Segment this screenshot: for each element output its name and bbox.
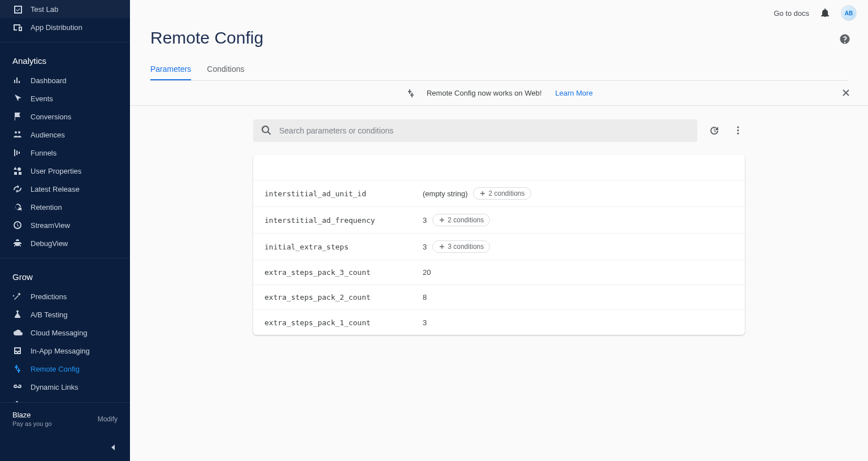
- sidebar-item-label: Audiences: [31, 131, 65, 139]
- sidebar-item-funnels[interactable]: Funnels: [0, 144, 130, 162]
- sidebar-item-cloud-messaging[interactable]: Cloud Messaging: [0, 324, 130, 342]
- avatar[interactable]: AB: [841, 5, 857, 21]
- sidebar-item-test-lab[interactable]: Test Lab: [0, 0, 130, 18]
- conditions-chip[interactable]: 2 conditions: [432, 214, 490, 226]
- search-input[interactable]: [279, 126, 689, 135]
- tab-parameters[interactable]: Parameters: [150, 59, 191, 80]
- go-to-docs-link[interactable]: Go to docs: [774, 9, 809, 18]
- param-value: 3: [423, 216, 427, 225]
- sidebar-item-label: In-App Messaging: [31, 347, 90, 355]
- sidebar-item-label: Test Lab: [31, 5, 58, 14]
- param-row[interactable]: extra_steps_pack_1_count3: [253, 310, 745, 335]
- param-row[interactable]: interstitial_ad_unit_id(empty string)2 c…: [253, 180, 745, 207]
- sidebar-item-user-properties[interactable]: User Properties: [0, 162, 130, 180]
- param-value: 8: [423, 293, 427, 301]
- param-name: extra_steps_pack_2_count: [264, 293, 423, 301]
- help-icon[interactable]: [839, 33, 851, 45]
- sidebar-item-label: Funnels: [31, 149, 57, 157]
- plus-icon: [439, 217, 445, 223]
- sidebar-item-a-b-testing[interactable]: A/B Testing: [0, 305, 130, 324]
- param-name: interstitial_ad_unit_id: [264, 189, 423, 198]
- sidebar-item-label: A/B Testing: [31, 311, 68, 319]
- conditions-chip[interactable]: 2 conditions: [473, 187, 531, 200]
- check-square-icon: [12, 4, 23, 14]
- param-row[interactable]: extra_steps_pack_3_count20: [253, 260, 745, 285]
- sidebar-item-extensions[interactable]: Extensions: [0, 396, 130, 402]
- sidebar-item-label: Remote Config: [31, 365, 80, 373]
- link-icon: [12, 382, 23, 392]
- sidebar-item-latest-release[interactable]: Latest Release: [0, 180, 130, 198]
- release-icon: [12, 184, 23, 194]
- sidebar-item-label: Events: [31, 94, 53, 103]
- bar-chart-icon: [12, 75, 23, 85]
- banner: Remote Config now works on Web! Learn Mo…: [130, 81, 868, 106]
- banner-close-button[interactable]: [841, 88, 852, 99]
- sidebar-item-audiences[interactable]: Audiences: [0, 126, 130, 144]
- plus-icon: [479, 190, 486, 197]
- notifications-icon[interactable]: [819, 7, 831, 19]
- sidebar-item-remote-config[interactable]: Remote Config: [0, 360, 130, 378]
- plus-icon: [439, 243, 445, 250]
- sidebar-item-label: Predictions: [31, 292, 67, 301]
- page-title: Remote Config: [150, 28, 848, 48]
- wand-icon: [12, 291, 23, 301]
- sidebar-item-predictions[interactable]: Predictions: [0, 287, 130, 305]
- inbox-icon: [12, 346, 23, 356]
- sidebar-group-grow: Grow: [0, 264, 130, 287]
- sidebar-item-label: StreamView: [31, 221, 70, 230]
- sidebar-item-app-distribution[interactable]: App Distribution: [0, 18, 130, 36]
- sidebar-item-debugview[interactable]: DebugView: [0, 234, 130, 252]
- plan-name: Blaze: [12, 411, 52, 419]
- plan-modify-button[interactable]: Modify: [98, 415, 118, 423]
- sidebar-item-label: Conversions: [31, 113, 71, 121]
- history-button[interactable]: [708, 124, 721, 137]
- cursor-icon: [12, 93, 23, 104]
- sidebar-item-label: Retention: [31, 203, 62, 212]
- tune-icon: [12, 364, 23, 374]
- sidebar-item-events[interactable]: Events: [0, 89, 130, 107]
- param-value: 3: [423, 318, 427, 327]
- sidebar-item-dashboard[interactable]: Dashboard: [0, 71, 130, 89]
- sidebar-item-conversions[interactable]: Conversions: [0, 107, 130, 126]
- parameters-card: interstitial_ad_unit_id(empty string)2 c…: [253, 154, 745, 335]
- param-row[interactable]: interstitial_ad_frequency32 conditions: [253, 207, 745, 234]
- plan-sub: Pay as you go: [12, 420, 52, 427]
- sidebar-collapse-button[interactable]: [106, 441, 120, 454]
- sidebar-group-analytics: Analytics: [0, 48, 130, 71]
- search-box[interactable]: [253, 119, 697, 142]
- refresh-icon: [12, 202, 23, 212]
- sidebar-item-dynamic-links[interactable]: Dynamic Links: [0, 378, 130, 396]
- funnel-icon: [12, 148, 23, 158]
- tab-conditions[interactable]: Conditions: [207, 59, 244, 80]
- sidebar-item-label: DebugView: [31, 239, 68, 248]
- param-row[interactable]: initial_extra_steps33 conditions: [253, 234, 745, 260]
- param-name: extra_steps_pack_1_count: [264, 318, 423, 327]
- flask-icon: [12, 309, 23, 320]
- sidebar: Test LabApp Distribution Analytics Dashb…: [0, 0, 130, 461]
- cloud-icon: [12, 328, 23, 338]
- param-value: 20: [423, 268, 431, 277]
- shapes-icon: [12, 166, 23, 176]
- conditions-chip[interactable]: 3 conditions: [432, 240, 490, 253]
- param-name: extra_steps_pack_3_count: [264, 268, 423, 277]
- param-row[interactable]: extra_steps_pack_2_count8: [253, 285, 745, 310]
- param-name: interstitial_ad_frequency: [264, 216, 423, 225]
- param-name: initial_extra_steps: [264, 243, 423, 251]
- topbar: Go to docs AB: [130, 5, 868, 21]
- card-header-spacer: [253, 154, 745, 180]
- sidebar-item-streamview[interactable]: StreamView: [0, 216, 130, 234]
- sidebar-item-label: Dynamic Links: [31, 383, 79, 391]
- devices-icon: [12, 22, 23, 32]
- banner-learn-more-link[interactable]: Learn More: [555, 89, 593, 97]
- banner-text: Remote Config now works on Web!: [427, 89, 542, 97]
- tune-icon: [405, 88, 416, 99]
- sidebar-item-label: Dashboard: [31, 76, 67, 85]
- more-menu-button[interactable]: [731, 124, 745, 137]
- param-value: (empty string): [423, 189, 467, 198]
- sidebar-item-retention[interactable]: Retention: [0, 198, 130, 216]
- plan-row: Blaze Pay as you go Modify: [0, 403, 130, 435]
- tabs: Parameters Conditions: [150, 59, 848, 81]
- bug-icon: [12, 238, 23, 248]
- sidebar-item-in-app-messaging[interactable]: In-App Messaging: [0, 342, 130, 360]
- sidebar-item-label: Latest Release: [31, 185, 80, 193]
